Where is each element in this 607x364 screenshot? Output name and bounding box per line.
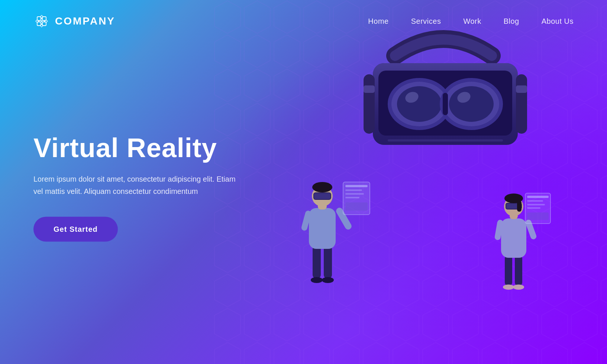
svg-rect-68 (527, 212, 549, 220)
svg-rect-29 (516, 74, 527, 134)
svg-rect-46 (345, 189, 362, 191)
svg-point-34 (311, 277, 323, 283)
nav-item-blog[interactable]: Blog (504, 17, 519, 26)
company-logo-icon (33, 13, 50, 29)
svg-rect-30 (364, 85, 375, 93)
nav-link-blog[interactable]: Blog (504, 17, 519, 25)
hero-content: Virtual Reality Lorem ipsum dolor sit am… (33, 133, 242, 242)
svg-rect-62 (517, 201, 522, 212)
svg-point-43 (312, 182, 332, 192)
svg-rect-50 (505, 254, 512, 286)
svg-rect-3 (42, 17, 46, 20)
svg-rect-31 (516, 85, 527, 93)
svg-rect-65 (527, 200, 543, 202)
svg-point-53 (513, 285, 524, 290)
nav-item-work[interactable]: Work (463, 17, 481, 26)
svg-rect-28 (364, 74, 375, 134)
nav-link-about[interactable]: About Us (542, 17, 574, 25)
nav-links: Home Services Work Blog About Us (368, 17, 574, 26)
navbar: COMPANY Home Services Work Blog About Us (0, 0, 607, 42)
hero-title: Virtual Reality (33, 133, 242, 163)
svg-rect-51 (515, 254, 522, 286)
svg-rect-36 (309, 208, 336, 249)
nav-link-work[interactable]: Work (463, 17, 481, 25)
svg-point-24 (449, 86, 494, 122)
get-started-button[interactable]: Get Started (33, 217, 118, 242)
svg-rect-32 (313, 245, 321, 279)
svg-rect-66 (527, 204, 545, 205)
hero-section: COMPANY Home Services Work Blog About Us… (0, 0, 607, 364)
svg-rect-67 (527, 207, 540, 209)
svg-rect-5 (42, 22, 46, 26)
svg-rect-26 (443, 93, 448, 115)
nav-item-services[interactable]: Services (411, 17, 441, 26)
svg-rect-47 (345, 193, 364, 195)
svg-rect-54 (501, 218, 526, 258)
svg-rect-4 (37, 22, 41, 26)
svg-rect-27 (388, 139, 503, 142)
nav-link-home[interactable]: Home (368, 17, 388, 25)
vr-headset (364, 39, 527, 145)
hero-illustration (272, 0, 607, 364)
brand-name: COMPANY (55, 15, 115, 27)
logo-link[interactable]: COMPANY (33, 13, 115, 29)
svg-point-52 (503, 285, 514, 290)
svg-rect-33 (324, 245, 332, 279)
svg-rect-64 (527, 196, 549, 198)
nav-item-about[interactable]: About Us (542, 17, 574, 26)
svg-rect-49 (345, 202, 368, 211)
svg-rect-45 (345, 185, 368, 187)
nav-item-home[interactable]: Home (368, 17, 388, 26)
hero-description: Lorem ipsum dolor sit amet, consectetur … (33, 173, 242, 198)
svg-point-20 (397, 86, 442, 122)
svg-rect-48 (345, 197, 359, 198)
nav-link-services[interactable]: Services (411, 17, 441, 25)
svg-rect-2 (37, 17, 41, 20)
svg-point-10 (41, 20, 42, 22)
svg-point-35 (322, 277, 334, 283)
svg-rect-42 (314, 193, 330, 199)
